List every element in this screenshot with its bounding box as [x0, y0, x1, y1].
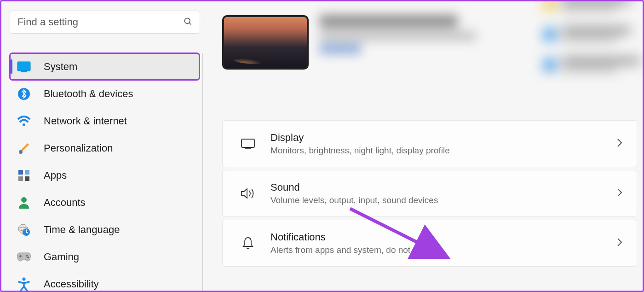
svg-point-11 — [21, 197, 27, 203]
right-widgets-blurred — [544, 0, 640, 88]
nav-label: Bluetooth & devices — [44, 88, 133, 100]
svg-point-6 — [19, 150, 23, 154]
svg-rect-3 — [21, 71, 27, 72]
display-icon — [236, 138, 259, 149]
settings-sidebar: System Bluetooth & devices Network & int… — [1, 1, 203, 291]
chevron-right-icon — [616, 138, 623, 150]
nav-item-accounts[interactable]: Accounts — [10, 189, 200, 216]
svg-rect-10 — [25, 176, 29, 181]
bell-icon — [236, 236, 259, 250]
card-title: Notifications — [270, 231, 616, 243]
search-box[interactable] — [10, 11, 200, 34]
nav-item-apps[interactable]: Apps — [10, 162, 200, 189]
device-info-blurred — [320, 15, 476, 53]
nav-item-gaming[interactable]: Gaming — [10, 243, 200, 270]
nav-label: Network & internet — [44, 115, 127, 127]
nav-item-accessibility[interactable]: Accessibility — [10, 270, 200, 292]
wifi-icon — [16, 113, 32, 129]
card-display[interactable]: Display Monitors, brightness, night ligh… — [222, 120, 637, 167]
nav-item-network[interactable]: Network & internet — [10, 107, 200, 134]
paintbrush-icon — [16, 140, 32, 156]
svg-rect-17 — [242, 139, 254, 147]
apps-icon — [16, 168, 32, 183]
nav-label: Personalization — [44, 142, 113, 154]
nav-label: Accounts — [44, 197, 86, 209]
svg-point-16 — [23, 277, 26, 280]
nav-label: System — [44, 61, 77, 73]
nav-item-system[interactable]: System — [10, 53, 200, 80]
search-input[interactable] — [17, 16, 183, 28]
nav-item-bluetooth[interactable]: Bluetooth & devices — [10, 80, 200, 107]
card-title: Display — [270, 132, 616, 144]
settings-cards: Display Monitors, brightness, night ligh… — [222, 120, 637, 267]
system-icon — [16, 59, 32, 75]
nav: System Bluetooth & devices Network & int… — [10, 53, 203, 292]
svg-rect-2 — [17, 62, 30, 71]
card-title: Sound — [270, 181, 616, 193]
nav-item-personalization[interactable]: Personalization — [10, 134, 200, 162]
card-subtitle: Monitors, brightness, night light, displ… — [270, 146, 616, 156]
gaming-icon — [16, 249, 32, 265]
nav-label: Apps — [44, 169, 67, 181]
nav-label: Accessibility — [44, 278, 99, 290]
accessibility-icon — [16, 276, 32, 292]
card-sound[interactable]: Sound Volume levels, output, input, soun… — [222, 170, 637, 217]
svg-rect-9 — [18, 176, 23, 181]
card-subtitle: Volume levels, output, input, sound devi… — [270, 195, 616, 205]
nav-label: Gaming — [44, 251, 79, 263]
bluetooth-icon — [16, 86, 32, 102]
svg-point-0 — [184, 18, 190, 23]
svg-point-15 — [27, 257, 29, 258]
chevron-right-icon — [616, 187, 623, 199]
clock-globe-icon — [16, 222, 32, 238]
main-content: Display Monitors, brightness, night ligh… — [203, 1, 643, 291]
nav-label: Time & language — [44, 224, 120, 236]
nav-item-time[interactable]: Time & language — [10, 216, 200, 243]
sound-icon — [236, 187, 259, 200]
device-thumbnail — [222, 15, 309, 70]
card-notifications[interactable]: Notifications Alerts from apps and syste… — [222, 220, 637, 267]
search-icon — [183, 17, 192, 28]
svg-rect-8 — [25, 170, 29, 175]
svg-point-5 — [23, 123, 25, 126]
svg-line-1 — [190, 23, 191, 25]
svg-rect-7 — [18, 170, 23, 175]
accounts-icon — [16, 195, 32, 210]
svg-point-14 — [26, 255, 28, 257]
chevron-right-icon — [616, 237, 623, 249]
card-subtitle: Alerts from apps and system, do not dist… — [270, 245, 616, 255]
